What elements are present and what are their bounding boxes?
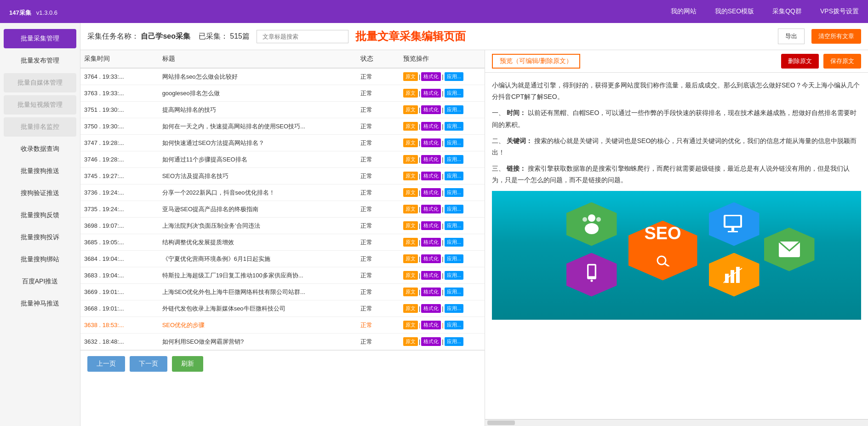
- btn-apply-10[interactable]: 应用...: [445, 238, 463, 247]
- btn-yuanwen-1[interactable]: 原文: [403, 89, 418, 98]
- btn-geshi-8[interactable]: 格式化: [421, 205, 441, 213]
- btn-yuanwen-11[interactable]: 原文: [403, 254, 418, 263]
- btn-yuanwen-13[interactable]: 原文: [403, 288, 418, 296]
- btn-apply-8[interactable]: 应用...: [445, 205, 463, 213]
- cell-actions: 原文 | 格式化 | 应用...: [400, 68, 485, 85]
- btn-apply-7[interactable]: 应用...: [445, 188, 463, 197]
- cell-status: 正常: [357, 334, 400, 350]
- btn-yuanwen-15[interactable]: 原文: [403, 321, 418, 329]
- table-row[interactable]: 3735 . 19:24:...亚马逊SEO提高产品排名的终极指南正常 原文 |…: [80, 201, 485, 218]
- table-row[interactable]: 3683 . 19:04:...特斯拉上海超级工厂19日复工推动100多家供应商…: [80, 267, 485, 284]
- sidebar-item-sogou-feedback[interactable]: 批量搜狗反馈: [4, 206, 76, 225]
- btn-apply-2[interactable]: 应用...: [445, 105, 463, 114]
- cell-title: 提高网站排名的技巧: [159, 102, 357, 118]
- sidebar-item-sogou-verify[interactable]: 搜狗验证推送: [4, 184, 76, 203]
- btn-yuanwen-3[interactable]: 原文: [403, 122, 418, 131]
- cell-title: googleseo排名怎么做: [159, 85, 357, 102]
- btn-geshi-4[interactable]: 格式化: [421, 138, 441, 147]
- table-row[interactable]: 3747 . 19:28:...如何快速通过SEO方法提高网站排名？正常 原文 …: [80, 135, 485, 151]
- btn-geshi-16[interactable]: 格式化: [421, 337, 441, 346]
- btn-geshi-1[interactable]: 格式化: [421, 89, 441, 98]
- btn-yuanwen-8[interactable]: 原文: [403, 205, 418, 213]
- btn-apply-12[interactable]: 应用...: [445, 271, 463, 280]
- btn-geshi-9[interactable]: 格式化: [421, 221, 441, 230]
- btn-apply-0[interactable]: 应用...: [445, 72, 463, 81]
- clear-all-button[interactable]: 清空所有文章: [811, 29, 861, 44]
- btn-geshi-13[interactable]: 格式化: [421, 288, 441, 296]
- prev-page-button[interactable]: 上一页: [87, 356, 125, 372]
- btn-geshi-11[interactable]: 格式化: [421, 254, 441, 263]
- sidebar-item-record-query[interactable]: 收录数据查询: [4, 139, 76, 159]
- table-row[interactable]: 3632 . 18:48:...如何利用SEO做全网霸屏营销?正常 原文 | 格…: [80, 334, 485, 350]
- btn-apply-6[interactable]: 应用...: [445, 172, 463, 180]
- nav-seo-template[interactable]: 我的SEO模版: [715, 7, 754, 16]
- sidebar-item-baidu-api[interactable]: 百度API推送: [4, 272, 76, 291]
- btn-geshi-12[interactable]: 格式化: [421, 271, 441, 280]
- btn-geshi-10[interactable]: 格式化: [421, 238, 441, 247]
- preview-scrollbar-horizontal[interactable]: [485, 419, 868, 426]
- btn-yuanwen-2[interactable]: 原文: [403, 105, 418, 114]
- table-row[interactable]: 3764 . 19:33:...网站排名seo怎么做会比较好正常 原文 | 格式…: [80, 68, 485, 85]
- cell-time: 3764 . 19:33:...: [80, 68, 159, 85]
- btn-yuanwen-12[interactable]: 原文: [403, 271, 418, 280]
- btn-apply-15[interactable]: 应用...: [445, 321, 463, 329]
- btn-yuanwen-14[interactable]: 原文: [403, 304, 418, 313]
- table-row[interactable]: 3684 . 19:04:...《宁夏优化营商环境条例》6月1日起实施正常 原文…: [80, 251, 485, 267]
- btn-geshi-6[interactable]: 格式化: [421, 172, 441, 180]
- search-input[interactable]: [257, 30, 348, 43]
- btn-geshi-15[interactable]: 格式化: [421, 321, 441, 329]
- next-page-button[interactable]: 下一页: [130, 356, 167, 372]
- cell-time: 3683 . 19:04:...: [80, 267, 159, 284]
- cell-status: 正常: [357, 251, 400, 267]
- table-row[interactable]: 3746 . 19:28:...如何通过11个步骤提高SEO排名正常 原文 | …: [80, 151, 485, 168]
- sidebar-item-sogou-push[interactable]: 批量搜狗推送: [4, 161, 76, 181]
- export-button[interactable]: 导出: [778, 29, 805, 44]
- preview-panel: 预览（可编辑/删除原文） 删除原文 保存原文 小编认为就是通过引擎，得到好的，获…: [485, 50, 868, 426]
- btn-yuanwen-10[interactable]: 原文: [403, 238, 418, 247]
- table-row[interactable]: 3745 . 19:27:...SEO方法及提高排名技巧正常 原文 | 格式化 …: [80, 168, 485, 184]
- preview-section1: 一、 时间： 以前还有黑帽、白帽SEO，可以通过一些作弊的手段快速的获得排名，现…: [492, 107, 861, 130]
- sidebar-item-sogou-bind[interactable]: 批量搜狗绑站: [4, 250, 76, 269]
- btn-yuanwen-9[interactable]: 原文: [403, 221, 418, 230]
- table-row[interactable]: 3750 . 19:30:...如何在一天之内，快速提高网站排名的使用SEO技巧…: [80, 118, 485, 135]
- btn-geshi-14[interactable]: 格式化: [421, 304, 441, 313]
- btn-geshi-3[interactable]: 格式化: [421, 122, 441, 131]
- btn-geshi-7[interactable]: 格式化: [421, 188, 441, 197]
- btn-apply-11[interactable]: 应用...: [445, 254, 463, 263]
- table-row[interactable]: 3751 . 19:30:...提高网站排名的技巧正常 原文 | 格式化 | 应…: [80, 102, 485, 118]
- table-row[interactable]: 3736 . 19:24:...分享一个2022新风口，抖音seo优化排名！正常…: [80, 184, 485, 201]
- delete-original-button[interactable]: 删除原文: [781, 54, 819, 69]
- btn-yuanwen-7[interactable]: 原文: [403, 188, 418, 197]
- btn-apply-14[interactable]: 应用...: [445, 304, 463, 313]
- btn-geshi-2[interactable]: 格式化: [421, 105, 441, 114]
- btn-apply-5[interactable]: 应用...: [445, 155, 463, 164]
- btn-apply-4[interactable]: 应用...: [445, 138, 463, 147]
- btn-apply-13[interactable]: 应用...: [445, 288, 463, 296]
- table-row[interactable]: 3668 . 19:01:...外链代发包收录上海新媒体seo牛巨微科技公司正常…: [80, 300, 485, 317]
- btn-geshi-0[interactable]: 格式化: [421, 72, 441, 81]
- nav-qq-group[interactable]: 采集QQ群: [772, 7, 802, 16]
- btn-yuanwen-4[interactable]: 原文: [403, 138, 418, 147]
- sidebar-item-sogou-complaint[interactable]: 批量搜狗投诉: [4, 228, 76, 247]
- table-row[interactable]: 3669 . 19:01:...上海SEO优化外包上海牛巨微网络科技有限公司站群…: [80, 284, 485, 300]
- btn-yuanwen-0[interactable]: 原文: [403, 72, 418, 81]
- nav-my-website[interactable]: 我的网站: [671, 7, 697, 16]
- btn-geshi-5[interactable]: 格式化: [421, 155, 441, 164]
- btn-apply-9[interactable]: 应用...: [445, 221, 463, 230]
- sidebar-item-collect[interactable]: 批量采集管理: [4, 29, 76, 48]
- btn-yuanwen-6[interactable]: 原文: [403, 172, 418, 180]
- btn-apply-16[interactable]: 应用...: [445, 337, 463, 346]
- table-row[interactable]: 3638 . 18:53:...SEO优化的步骤正常 原文 | 格式化 | 应用…: [80, 317, 485, 334]
- btn-yuanwen-16[interactable]: 原文: [403, 337, 418, 346]
- sidebar-item-shenma-push[interactable]: 批量神马推送: [4, 294, 76, 313]
- nav-vps-setting[interactable]: VPS拨号设置: [820, 7, 859, 16]
- refresh-button[interactable]: 刷新: [172, 356, 203, 372]
- table-row[interactable]: 3685 . 19:05:...结构调整优化发展提质增效正常 原文 | 格式化 …: [80, 234, 485, 251]
- save-original-button[interactable]: 保存原文: [823, 54, 861, 69]
- table-row[interactable]: 3698 . 19:07:...上海法院判决'负面压制业务'合同违法正常 原文 …: [80, 218, 485, 234]
- table-row[interactable]: 3763 . 19:33:...googleseo排名怎么做正常 原文 | 格式…: [80, 85, 485, 102]
- btn-apply-1[interactable]: 应用...: [445, 89, 463, 98]
- btn-apply-3[interactable]: 应用...: [445, 122, 463, 131]
- btn-yuanwen-5[interactable]: 原文: [403, 155, 418, 164]
- sidebar-item-publish[interactable]: 批量发布管理: [4, 51, 76, 70]
